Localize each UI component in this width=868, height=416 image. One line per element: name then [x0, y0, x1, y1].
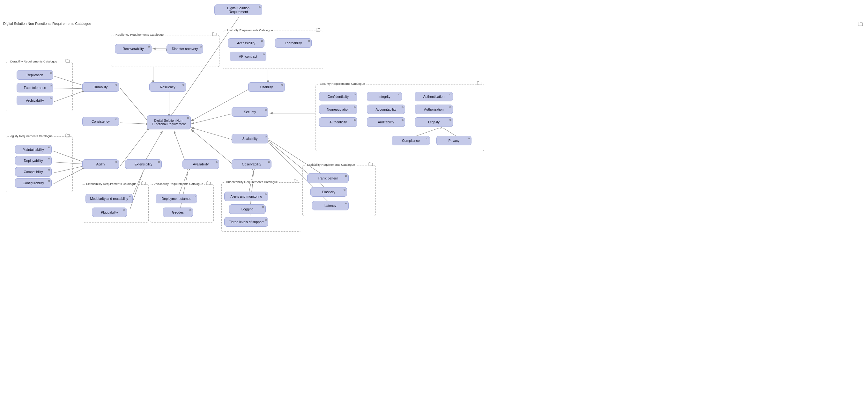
- usability-node[interactable]: ⧉ Usability: [248, 82, 285, 92]
- usability-catalogue: Usability Requirements Catalogue: [223, 31, 323, 69]
- svg-line-7: [174, 131, 185, 161]
- extensibility-node[interactable]: ⧉ Extensibility: [125, 159, 162, 169]
- replication-node[interactable]: ⧉ Replication: [17, 70, 53, 80]
- scalability-catalogue-title: Scalability Requirements Catalogue: [306, 163, 356, 166]
- api-contract-node[interactable]: ⧉ API contract: [230, 52, 267, 61]
- archivability-node[interactable]: ⧉ Archivability: [17, 96, 53, 105]
- accessibility-node[interactable]: ⧉ Accessibility: [228, 38, 265, 48]
- svg-line-6: [145, 131, 163, 161]
- usability-catalogue-folder[interactable]: [316, 28, 320, 32]
- tiered-support-node[interactable]: ⧉ Tiered levels of support: [224, 217, 268, 227]
- deployment-stamps-node[interactable]: ⧉ Deployment stamps: [156, 194, 197, 203]
- accountability-node[interactable]: ⧉ Accountability: [367, 104, 405, 114]
- geodes-node[interactable]: ⧉ Geodes: [163, 207, 193, 217]
- latency-node[interactable]: ⧉ Latency: [312, 201, 349, 211]
- scalability-node[interactable]: ⧉ Scalability: [231, 134, 268, 143]
- traffic-pattern-node[interactable]: ⧉ Traffic pattern: [307, 173, 349, 183]
- authorization-node[interactable]: ⧉ Authorization: [415, 104, 453, 114]
- configurability-node[interactable]: ⧉ Configurability: [15, 178, 52, 188]
- confidentiality-node[interactable]: ⧉ Confidentiality: [319, 92, 357, 101]
- svg-line-10: [191, 128, 235, 140]
- alerts-monitoring-node[interactable]: ⧉ Alerts and monitoring: [224, 192, 268, 201]
- observability-catalogue-title: Observability Requirements Catalogue: [225, 180, 279, 184]
- maintainability-node[interactable]: ⧉ Maintainability: [15, 145, 52, 154]
- integrity-node[interactable]: ⧉ Integrity: [367, 92, 402, 101]
- privacy-node[interactable]: ⧉ Privacy: [436, 136, 471, 146]
- digital-solution-req-node[interactable]: ⧉ Digital Solution Requirement: [214, 4, 262, 15]
- security-node[interactable]: ⧉ Security: [231, 107, 268, 117]
- resiliency-node[interactable]: ⧉ Resiliency: [149, 82, 186, 92]
- agility-node[interactable]: ⧉ Agility: [82, 159, 119, 169]
- availability-node[interactable]: ⧉ Availability: [183, 159, 219, 169]
- availability-catalogue-title: Availability Requirements Catalogue: [153, 182, 204, 186]
- nonrepudiation-node[interactable]: ⧉ Nonrepudiation: [319, 104, 357, 114]
- copy-icon: ⧉: [259, 6, 260, 9]
- elasticity-node[interactable]: ⧉ Elasticity: [310, 187, 347, 197]
- top-right-folder-icon[interactable]: [858, 22, 863, 27]
- disaster-recovery-node[interactable]: ⧉ Disaster recovery: [166, 44, 203, 54]
- compatibility-node[interactable]: ⧉ Compatibility: [15, 167, 52, 177]
- extensibility-catalogue-title: Extensibility Requirements Catalogue: [85, 182, 137, 186]
- durability-node[interactable]: ⧉ Durability: [82, 82, 119, 92]
- logging-node[interactable]: ⧉ Logging: [229, 204, 266, 214]
- recoverability-node[interactable]: ⧉ Recoverability: [115, 44, 152, 54]
- digital-solution-nf-node[interactable]: ⧉ Digital Solution Non-Functional Requir…: [147, 116, 191, 129]
- authenticity-node[interactable]: ⧉ Authenticity: [319, 117, 357, 127]
- durability-catalogue-folder[interactable]: [65, 59, 70, 63]
- authentication-node[interactable]: ⧉ Authentication: [415, 92, 453, 101]
- svg-line-4: [120, 123, 149, 124]
- availability-catalogue-folder[interactable]: [207, 181, 211, 186]
- resiliency-catalogue-folder[interactable]: [212, 32, 217, 37]
- consistency-node[interactable]: ⧉ Consistency: [82, 117, 119, 126]
- auditability-node[interactable]: ⧉ Auditability: [367, 117, 405, 127]
- durability-catalogue-title: Durability Requirements Catalogue: [9, 60, 58, 63]
- deployability-node[interactable]: ⧉ Deployability: [15, 156, 52, 165]
- usability-catalogue-title: Usability Requirements Catalogue: [226, 28, 274, 32]
- resiliency-catalogue-title: Resiliency Requirements Catalogue: [115, 33, 165, 36]
- page-title: Digital Solution Non-Functional Requirem…: [3, 22, 91, 26]
- modularity-node[interactable]: ⧉ Modularity and reusability: [86, 194, 133, 203]
- legality-node[interactable]: ⧉ Legality: [415, 117, 453, 127]
- agility-catalogue-title: Agility Requirements Catalogue: [9, 134, 54, 138]
- fault-tolerance-node[interactable]: ⧉ Fault tolerance: [17, 83, 53, 92]
- learnability-node[interactable]: ⧉ Learnability: [275, 38, 312, 48]
- observability-catalogue-folder[interactable]: [294, 180, 298, 184]
- svg-line-9: [191, 113, 235, 124]
- pluggability-node[interactable]: ⧉ Pluggability: [92, 207, 127, 217]
- scalability-catalogue-folder[interactable]: [368, 162, 373, 167]
- svg-line-2: [120, 88, 149, 123]
- security-catalogue-title: Security Requirements Catalogue: [319, 82, 366, 86]
- copy-icon-nf: ⧉: [187, 117, 189, 120]
- observability-node[interactable]: ⧉ Observability: [231, 159, 272, 169]
- security-catalogue-folder[interactable]: [477, 81, 482, 86]
- agility-catalogue-folder[interactable]: [65, 134, 70, 138]
- compliance-node[interactable]: ⧉ Compliance: [392, 136, 430, 146]
- extensibility-catalogue-folder[interactable]: [141, 181, 146, 186]
